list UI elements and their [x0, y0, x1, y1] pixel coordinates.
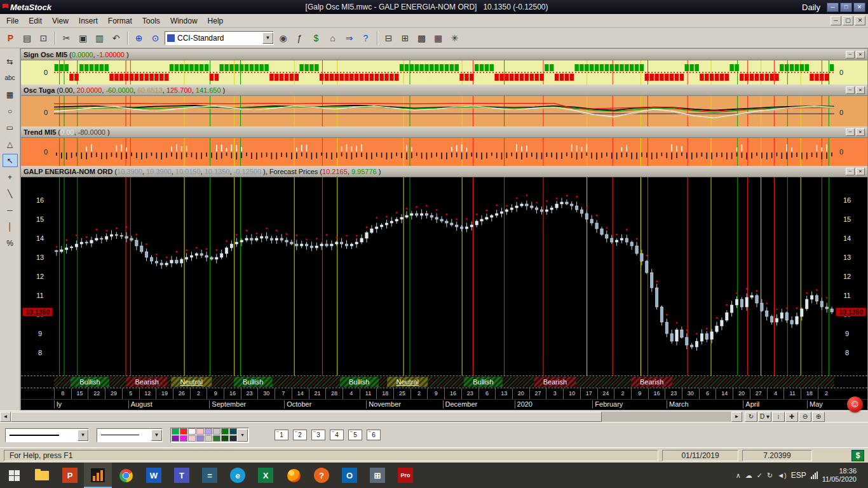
- color-swatch[interactable]: [221, 435, 229, 442]
- taskbar-ie[interactable]: e: [224, 463, 252, 488]
- periodicity-button-2[interactable]: 2: [293, 430, 307, 440]
- forecaster-icon[interactable]: ⇒: [341, 30, 357, 46]
- cascade-windows-icon[interactable]: ▩: [414, 30, 430, 46]
- options-gear-icon[interactable]: ✳: [447, 30, 463, 46]
- menu-format[interactable]: Format: [103, 15, 137, 27]
- refresh-icon[interactable]: ↻: [745, 412, 757, 422]
- color-swatch[interactable]: [205, 428, 212, 435]
- osc-tuga-chart[interactable]: 00: [21, 96, 867, 126]
- color-swatch[interactable]: [172, 435, 179, 442]
- move-chart-icon[interactable]: ✚: [785, 412, 798, 422]
- line-style-dropdown[interactable]: ▼: [5, 428, 89, 442]
- tray-chevron-icon[interactable]: ∧: [736, 471, 741, 480]
- tile-horizontal-icon[interactable]: ⊟: [381, 30, 397, 46]
- panel-close-button[interactable]: ✕: [856, 168, 865, 175]
- indicator-builder-icon[interactable]: ƒ: [292, 30, 308, 46]
- taskbar-metastock[interactable]: [84, 463, 112, 488]
- rectangle-tool-icon[interactable]: ▭: [3, 121, 18, 134]
- minimize-button[interactable]: ─: [827, 3, 839, 12]
- grid-tool-icon[interactable]: ▦: [3, 88, 18, 101]
- child-restore-button[interactable]: ▢: [843, 16, 853, 25]
- color-swatch[interactable]: [213, 435, 220, 442]
- panel-trend-header[interactable]: Trend MI5 (0.00, -80.0000 ) ─✕: [21, 126, 867, 138]
- expert-alert-icon[interactable]: ☺: [847, 396, 863, 412]
- periodicity-button-4[interactable]: 4: [330, 430, 344, 440]
- taskbar-file-explorer[interactable]: [28, 463, 56, 488]
- network-bars-icon[interactable]: [811, 471, 818, 479]
- color-swatch[interactable]: [180, 428, 187, 435]
- keyboard-language[interactable]: ESP: [791, 471, 806, 480]
- cut-icon[interactable]: ✂: [58, 30, 74, 46]
- periodicity-button-3[interactable]: 3: [311, 430, 325, 440]
- taskbar-excel[interactable]: X: [252, 463, 280, 488]
- panel-close-button[interactable]: ✕: [856, 128, 865, 136]
- color-swatch[interactable]: [196, 428, 204, 435]
- taskbar-word[interactable]: W: [140, 463, 168, 488]
- zoom-in-icon[interactable]: ⊕: [812, 412, 825, 422]
- sign-osc-chart[interactable]: 00: [21, 60, 867, 85]
- panel-minimize-button[interactable]: ─: [846, 168, 855, 175]
- panel-osc-tuga-header[interactable]: Osc Tuga (0.00, 20.0000, -60.0000, 60.65…: [21, 85, 867, 96]
- price-chart[interactable]: 1616151514141313121211111010998810.13501…: [21, 177, 867, 376]
- periodicity-button-1[interactable]: 1: [275, 430, 288, 440]
- menu-help[interactable]: Help: [203, 15, 229, 27]
- panel-minimize-button[interactable]: ─: [846, 128, 855, 136]
- vertical-line-tool-icon[interactable]: │: [3, 220, 18, 233]
- zoom-out-icon[interactable]: ⊖: [799, 412, 811, 422]
- trendline-tool-icon[interactable]: ╲: [3, 187, 18, 200]
- print-icon[interactable]: ▤: [19, 30, 35, 46]
- taskbar-pro[interactable]: Pro: [391, 463, 419, 488]
- child-close-button[interactable]: ✕: [855, 16, 865, 25]
- pointer-swap-tool-icon[interactable]: ⇆: [3, 55, 18, 68]
- chevron-down-icon[interactable]: ▼: [78, 430, 88, 441]
- paste-icon[interactable]: ▥: [92, 30, 107, 46]
- layout-grid-icon[interactable]: ▦: [430, 30, 446, 46]
- taskbar-powerpoint[interactable]: P: [56, 463, 84, 488]
- expert-advisor-icon[interactable]: ⌂: [325, 30, 341, 46]
- maximize-button[interactable]: □: [840, 3, 852, 12]
- color-swatch[interactable]: [188, 428, 196, 435]
- panel-close-button[interactable]: ✕: [856, 86, 865, 94]
- panel-close-button[interactable]: ✕: [856, 51, 865, 58]
- close-button[interactable]: ✕: [853, 3, 865, 12]
- color-swatch[interactable]: [188, 435, 196, 442]
- taskbar-teams[interactable]: T: [168, 463, 196, 488]
- copy-icon[interactable]: ▣: [75, 30, 91, 46]
- color-swatch[interactable]: [205, 435, 212, 442]
- color-swatch[interactable]: [172, 428, 179, 435]
- chevron-down-icon[interactable]: ▼: [151, 430, 162, 441]
- menu-tools[interactable]: Tools: [137, 15, 165, 27]
- panel-minimize-button[interactable]: ─: [846, 51, 855, 58]
- menu-window[interactable]: Window: [165, 15, 203, 27]
- tray-sync-icon[interactable]: ↻: [767, 471, 773, 480]
- line-weight-dropdown[interactable]: ▼: [97, 428, 163, 442]
- arrow-tool-icon[interactable]: ↖: [3, 154, 18, 167]
- scroll-right-button[interactable]: ►: [731, 412, 742, 422]
- zoom-icon[interactable]: ⊙: [147, 30, 163, 46]
- system-tester-icon[interactable]: $: [308, 30, 324, 46]
- taskbar-help[interactable]: ?: [308, 463, 336, 488]
- crosshair-icon[interactable]: ⊕: [131, 30, 147, 46]
- triangle-tool-icon[interactable]: △: [3, 137, 18, 151]
- help-pointer-icon[interactable]: ?: [358, 30, 374, 46]
- taskbar-clock[interactable]: 18:36 11/05/2020: [822, 467, 857, 484]
- color-swatch[interactable]: [196, 435, 204, 442]
- color-swatch[interactable]: [213, 428, 220, 435]
- periodicity-button-5[interactable]: 5: [348, 430, 362, 440]
- trend-chart[interactable]: 00: [21, 138, 867, 166]
- menu-edit[interactable]: Edit: [24, 15, 47, 27]
- vertical-scale-icon[interactable]: ↕: [772, 412, 785, 422]
- print-preview-icon[interactable]: ⊡: [36, 30, 51, 46]
- fib-retracement-tool-icon[interactable]: %: [3, 236, 18, 250]
- taskbar-remote[interactable]: ⊞: [363, 463, 391, 488]
- child-minimize-button[interactable]: ─: [831, 16, 841, 25]
- scroll-track[interactable]: [11, 412, 731, 422]
- color-palette[interactable]: ▾: [170, 428, 249, 443]
- taskbar-calculator[interactable]: =: [196, 463, 224, 488]
- tray-volume-icon[interactable]: ◄): [777, 471, 787, 480]
- horizontal-line-tool-icon[interactable]: ─: [3, 203, 18, 217]
- panel-minimize-button[interactable]: ─: [846, 86, 855, 94]
- menu-view[interactable]: View: [47, 15, 74, 27]
- start-button[interactable]: [0, 463, 28, 488]
- menu-insert[interactable]: Insert: [74, 15, 103, 27]
